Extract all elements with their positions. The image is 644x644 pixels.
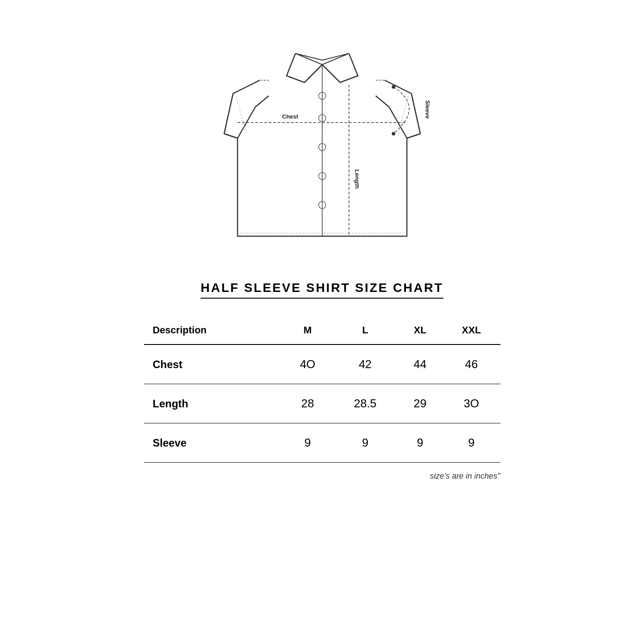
cell-xxl: 9 xyxy=(443,423,500,463)
footnote-text: size's are in inches" xyxy=(430,472,500,480)
svg-text:Length: Length xyxy=(354,169,361,189)
col-xl: XL xyxy=(398,316,443,345)
cell-m: 9 xyxy=(283,423,333,463)
cell-l: 9 xyxy=(333,423,398,463)
svg-text:Chest: Chest xyxy=(282,113,299,120)
table-row: Chest 4O 42 44 46 xyxy=(144,345,500,384)
col-description: Description xyxy=(144,316,283,345)
cell-xl: 29 xyxy=(398,384,443,423)
footnote-section: size's are in inches" xyxy=(144,472,500,481)
chart-title: HALF SLEEVE SHIRT SIZE CHART xyxy=(201,281,443,299)
size-table-wrapper: Description M L XL XXL Chest 4O 42 44 46… xyxy=(144,316,500,463)
table-row: Sleeve 9 9 9 9 xyxy=(144,423,500,463)
cell-description: Length xyxy=(144,384,283,423)
cell-l: 28.5 xyxy=(333,384,398,423)
col-l: L xyxy=(333,316,398,345)
shirt-diagram: Chest Length Sleeve xyxy=(189,18,456,267)
cell-xxl: 3O xyxy=(443,384,500,423)
col-m: M xyxy=(283,316,333,345)
cell-description: Sleeve xyxy=(144,423,283,463)
size-table: Description M L XL XXL Chest 4O 42 44 46… xyxy=(144,316,500,463)
cell-m: 28 xyxy=(283,384,333,423)
svg-point-14 xyxy=(392,85,395,89)
cell-xl: 9 xyxy=(398,423,443,463)
cell-m: 4O xyxy=(283,345,333,384)
cell-xl: 44 xyxy=(398,345,443,384)
svg-point-13 xyxy=(392,132,395,135)
cell-l: 42 xyxy=(333,345,398,384)
table-row: Length 28 28.5 29 3O xyxy=(144,384,500,423)
col-xxl: XXL xyxy=(443,316,500,345)
chart-title-section: HALF SLEEVE SHIRT SIZE CHART xyxy=(201,281,443,299)
cell-description: Chest xyxy=(144,345,283,384)
svg-text:Sleeve: Sleeve xyxy=(424,100,431,119)
cell-xxl: 46 xyxy=(443,345,500,384)
table-header-row: Description M L XL XXL xyxy=(144,316,500,345)
